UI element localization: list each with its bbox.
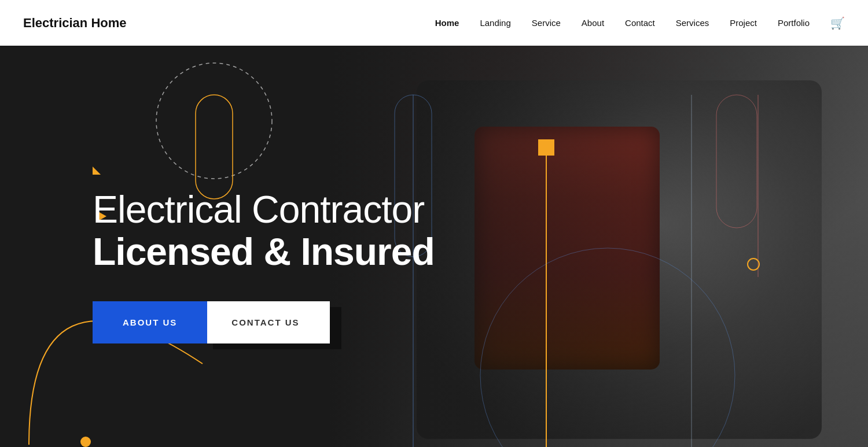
contact-us-button[interactable]: CONTACT US	[201, 301, 329, 343]
hero-content: Electrical Contractor Licensed & Insured…	[0, 46, 868, 447]
nav-links: Home Landing Service About Contact Servi…	[435, 16, 845, 30]
about-us-button[interactable]: ABOUT US	[93, 301, 207, 343]
nav-service[interactable]: Service	[532, 18, 561, 28]
nav-portfolio[interactable]: Portfolio	[778, 18, 810, 28]
hero-title: Licensed & Insured	[93, 231, 868, 273]
nav-services[interactable]: Services	[676, 18, 709, 28]
hero-section: Electrical Contractor Licensed & Insured…	[0, 46, 868, 447]
hero-subtitle: Electrical Contractor	[93, 189, 868, 231]
nav-contact[interactable]: Contact	[625, 18, 655, 28]
cart-icon[interactable]: 🛒	[830, 17, 845, 29]
hero-buttons: ABOUT US CONTACT US	[93, 301, 868, 343]
nav-home[interactable]: Home	[435, 18, 459, 28]
triangle-accent	[93, 167, 101, 175]
nav-about[interactable]: About	[582, 18, 604, 28]
navbar: Electrician Home Home Landing Service Ab…	[0, 0, 868, 46]
nav-project[interactable]: Project	[730, 18, 757, 28]
nav-landing[interactable]: Landing	[480, 18, 510, 28]
brand-logo[interactable]: Electrician Home	[23, 16, 127, 31]
contact-button-wrap: CONTACT US	[207, 301, 335, 343]
